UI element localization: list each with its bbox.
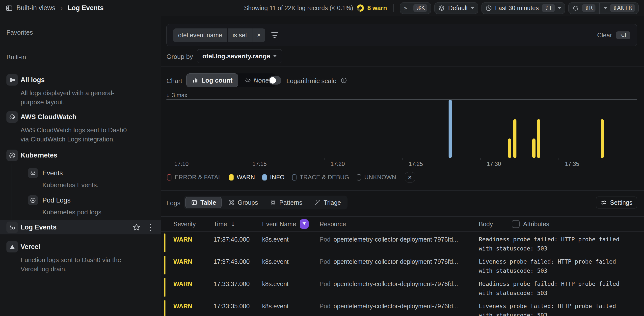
filter-chip-operator[interactable]: is set xyxy=(227,28,252,42)
x-axis-tick xyxy=(324,158,324,160)
filter-bar[interactable]: otel.event.name is set × Clear ⌥F xyxy=(166,24,637,46)
severity-indicator-bar xyxy=(164,300,166,316)
x-axis-tick xyxy=(168,158,168,160)
group-by-value: otel.log.severity.range xyxy=(202,52,270,60)
clock-icon xyxy=(485,5,492,12)
tab-table[interactable]: Table xyxy=(185,197,222,208)
cell-resource: Podopentelemetry-collector-deployment-79… xyxy=(320,303,479,310)
tab-label: Groups xyxy=(238,199,258,206)
sidebar-item-kubernetes[interactable]: Kubernetes xyxy=(0,150,161,161)
log-table-row[interactable]: WARN 17:37:43.000 k8s.event Podopentelem… xyxy=(161,255,644,277)
cell-severity: WARN xyxy=(174,236,214,243)
log-table-row[interactable]: WARN 17:33:37.000 k8s.event Podopentelem… xyxy=(161,277,644,299)
column-header-time[interactable]: Time ↓ xyxy=(214,221,262,228)
collapse-sidebar-icon[interactable] xyxy=(6,4,13,12)
triage-icon xyxy=(314,199,321,206)
sidebar-item-aws-cloudwatch[interactable]: AWS CloudWatchAWS CloudWatch logs sent t… xyxy=(0,111,161,123)
cell-resource: Podopentelemetry-collector-deployment-79… xyxy=(320,236,479,243)
command-palette-button[interactable]: >_ ⌘K xyxy=(400,2,431,14)
column-header-resource[interactable]: Resource xyxy=(320,221,479,228)
resource-type-label: Pod xyxy=(320,236,330,243)
sidebar-item-description: Function logs sent to Dash0 via the Verc… xyxy=(20,255,134,274)
table-icon xyxy=(191,199,198,206)
filter-chip-remove-icon[interactable]: × xyxy=(252,28,265,42)
tab-triage[interactable]: Triage xyxy=(309,197,346,208)
column-header-event-name[interactable]: Event Name xyxy=(262,219,320,229)
builtin-section-label: Built-in xyxy=(6,53,26,61)
legend-swatch xyxy=(357,174,361,180)
sidebar-item-all-logs[interactable]: All logsAll logs displayed with a genera… xyxy=(0,74,161,86)
x-axis-tick xyxy=(480,158,480,160)
sidebar-item-title: Events xyxy=(42,168,63,178)
chart-bar-warn[interactable] xyxy=(508,139,511,158)
chevron-down-icon[interactable] xyxy=(604,7,607,9)
info-icon[interactable] xyxy=(340,77,347,84)
sidebar-item-title: Log Events xyxy=(20,220,57,234)
sidebar-item-events[interactable]: EventsKubernetes Events. xyxy=(0,168,161,179)
warn-donut-icon xyxy=(356,4,364,12)
star-icon[interactable] xyxy=(132,223,141,231)
logarithmic-scale-toggle[interactable] xyxy=(268,76,282,85)
refresh-button-group[interactable]: ⇧R ⇧Alt+R xyxy=(568,2,638,14)
x-axis-tick xyxy=(246,158,246,160)
tab-groups[interactable]: Groups xyxy=(223,197,263,208)
patterns-icon xyxy=(270,199,276,206)
log-count-chart[interactable] xyxy=(166,99,637,158)
layout-select-button[interactable]: Default xyxy=(434,2,478,14)
metric-log-count-button[interactable]: Log count xyxy=(186,73,238,87)
legend-item-unknown[interactable]: UNKNOWN xyxy=(357,174,396,181)
cell-time: 17:33:37.000 xyxy=(214,280,262,288)
metric-log-count-label: Log count xyxy=(201,77,232,84)
chart-bar-warn[interactable] xyxy=(537,119,540,158)
clear-filters-button[interactable]: Clear ⌥F xyxy=(597,31,630,39)
topbar-right-group: Showing 11 of 22K log records (< 0.1%) 8… xyxy=(244,2,638,14)
legend-close-button[interactable]: × xyxy=(405,172,415,182)
goggles-icon xyxy=(28,168,38,178)
log-table-row[interactable]: WARN 17:33:35.000 k8s.event Podopentelem… xyxy=(161,299,644,316)
column-header-severity[interactable]: Severity xyxy=(174,221,214,228)
resource-name: opentelemetry-collector-deployment-7976f… xyxy=(334,236,458,243)
filter-chip-field[interactable]: otel.event.name xyxy=(173,28,227,42)
cell-body: Readiness probe failed: HTTP probe faile… xyxy=(479,279,631,298)
chart-bar-warn[interactable] xyxy=(532,139,536,158)
sidebar-item-description: All logs displayed with a general-purpos… xyxy=(20,89,134,107)
settings-button[interactable]: Settings xyxy=(596,197,637,208)
chart-bar-warn[interactable] xyxy=(601,119,604,158)
sidebar-item-pod-logs[interactable]: Pod LogsKubernetes pod logs. xyxy=(0,195,161,207)
goggles-icon xyxy=(6,222,18,233)
sidebar-item-vercel[interactable]: VercelFunction logs sent to Dash0 via th… xyxy=(0,241,161,252)
filter-lines-icon[interactable] xyxy=(271,32,278,38)
event-name-filter-badge[interactable] xyxy=(300,219,308,229)
severity-indicator-bar xyxy=(164,278,166,297)
chevron-down-icon xyxy=(558,7,561,9)
legend-item-error-fatal[interactable]: ERROR & FATAL xyxy=(167,174,222,181)
bar-chart-icon xyxy=(192,77,198,84)
cloudwatch-icon xyxy=(6,111,18,123)
chart-bar-info[interactable] xyxy=(448,100,452,158)
chart-bar-warn[interactable] xyxy=(513,119,516,158)
cell-body: Liveness probe failed: HTTP probe failed… xyxy=(479,302,631,316)
legend-item-info[interactable]: INFO xyxy=(262,174,284,181)
x-axis-tick-label: 17:30 xyxy=(487,161,501,167)
log-table-row[interactable]: WARN 17:37:46.000 k8s.event Podopentelem… xyxy=(161,232,644,255)
tab-patterns[interactable]: Patterns xyxy=(264,197,308,208)
attributes-checkbox[interactable] xyxy=(512,220,520,228)
resource-name: opentelemetry-collector-deployment-7976f… xyxy=(334,280,458,287)
breadcrumb-section[interactable]: Built-in views xyxy=(16,4,56,12)
refresh-icon xyxy=(572,5,579,12)
attributes-label: Attributes xyxy=(523,221,550,228)
clear-filters-label: Clear xyxy=(597,32,612,39)
time-range-button[interactable]: Last 30 minutes ⇧T xyxy=(482,2,565,14)
group-by-select[interactable]: otel.log.severity.range xyxy=(197,49,282,63)
legend-item-warn[interactable]: WARN xyxy=(229,174,255,181)
kubernetes-icon xyxy=(28,195,38,205)
group-by-label: Group by xyxy=(166,53,193,61)
sidebar-item-description: Kubernetes pod logs. xyxy=(42,208,156,217)
legend-swatch xyxy=(292,174,296,180)
cell-event-name: k8s.event xyxy=(262,280,320,288)
kebab-menu-icon[interactable]: ⋮ xyxy=(147,222,154,232)
filter-chip[interactable]: otel.event.name is set × xyxy=(173,28,265,42)
sidebar-item-log-events[interactable]: Log Events⋮ xyxy=(0,220,161,234)
warn-count-badge[interactable]: 8 warn xyxy=(367,4,387,12)
legend-item-trace-debug[interactable]: TRACE & DEBUG xyxy=(292,174,349,181)
